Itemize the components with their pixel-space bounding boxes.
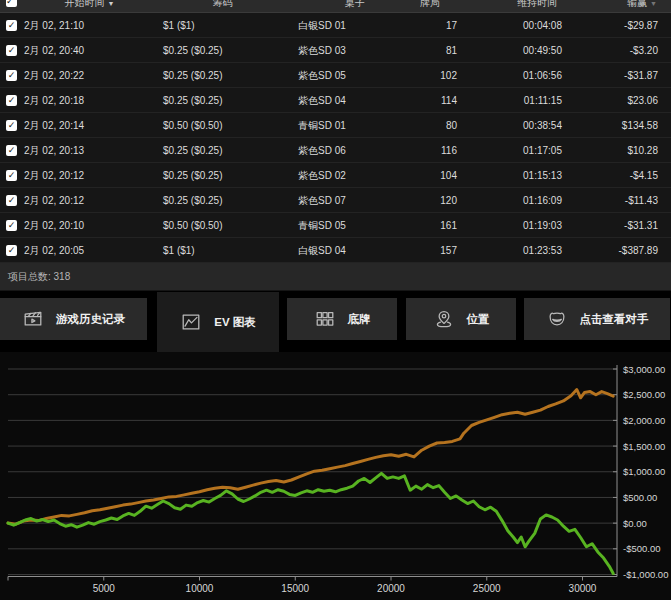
cell-time: 2月 02, 20:12 [24,188,155,213]
column-header-result[interactable]: 输赢▼ [567,0,671,12]
cell-stakes: $1 ($1) [155,13,290,38]
line-chart-icon [180,311,202,333]
sort-desc-icon: ▼ [108,0,115,7]
x-tick-label: 20000 [377,583,405,594]
cell-time: 2月 02, 20:40 [24,38,155,63]
poker-tracker-app: ✓开始时间▼筹码桌子牌局维持时间输赢▼ ✓2月 02, 21:10$1 ($1)… [0,0,671,600]
tab-game-history[interactable]: 游戏历史记录 [0,298,147,340]
column-header-stakes[interactable]: 筹码 [155,0,290,12]
table-row[interactable]: ✓2月 02, 20:14$0.50 ($0.50)青铜SD 018000:38… [0,113,671,138]
sort-desc-icon: ▼ [650,0,657,7]
table-row[interactable]: ✓2月 02, 20:10$0.50 ($0.50)青铜SD 0516101:1… [0,213,671,238]
select-all-checkbox[interactable]: ✓ [6,0,17,7]
location-pin-icon [433,308,455,330]
cell-hands: 104 [420,163,467,188]
cell-hands: 116 [420,138,467,163]
row-checkbox[interactable]: ✓ [6,195,17,206]
cards-grid-icon [314,308,336,330]
column-header-duration[interactable]: 维持时间 [467,0,567,12]
table-row[interactable]: ✓2月 02, 20:12$0.25 ($0.25)紫色SD 0210401:1… [0,163,671,188]
cell-result: $23.06 [567,88,671,113]
cell-hands: 114 [420,88,467,113]
cell-duration: 01:11:15 [467,88,567,113]
y-tick-label: -$500.00 [623,543,661,554]
cell-table: 紫色SD 02 [290,163,420,188]
table-row[interactable]: ✓2月 02, 21:10$1 ($1)白银SD 011700:04:08-$2… [0,13,671,38]
y-tick-label: $500.00 [623,492,657,503]
row-checkbox[interactable]: ✓ [6,70,17,81]
cell-table: 白银SD 04 [290,238,420,263]
row-checkbox[interactable]: ✓ [6,95,17,106]
tab-bar: 游戏历史记录EV 图表底牌位置点击查看对手 [0,292,671,352]
cell-hands: 161 [420,213,467,238]
cell-result: -$31.31 [567,213,671,238]
cell-hands: 157 [420,238,467,263]
cell-duration: 01:23:53 [467,238,567,263]
cell-table: 紫色SD 04 [290,88,420,113]
table-body: ✓2月 02, 21:10$1 ($1)白银SD 011700:04:08-$2… [0,13,671,263]
cell-result: -$31.87 [567,63,671,88]
tab-label: 游戏历史记录 [56,312,125,327]
cell-duration: 00:38:54 [467,113,567,138]
row-checkbox[interactable]: ✓ [6,145,17,156]
column-header-time[interactable]: 开始时间▼ [24,0,155,12]
row-checkbox[interactable]: ✓ [6,220,17,231]
cell-time: 2月 02, 20:18 [24,88,155,113]
tab-opponents[interactable]: 点击查看对手 [524,298,670,340]
y-tick-label: $2,000.00 [623,415,665,426]
cell-duration: 01:19:03 [467,213,567,238]
cell-stakes: $0.50 ($0.50) [155,113,290,138]
cell-time: 2月 02, 20:10 [24,213,155,238]
cell-result: -$387.89 [567,238,671,263]
table-row[interactable]: ✓2月 02, 20:18$0.25 ($0.25)紫色SD 0411401:1… [0,88,671,113]
row-checkbox[interactable]: ✓ [6,120,17,131]
ev-chart-panel: -$1,000.00-$500.00$0.00$500.00$1,000.00$… [0,352,671,600]
y-tick-label: $2,500.00 [623,389,665,400]
cell-duration: 01:15:13 [467,163,567,188]
table-row[interactable]: ✓2月 02, 20:05$1 ($1)白银SD 0415701:23:53-$… [0,238,671,263]
tab-hole-cards[interactable]: 底牌 [287,298,397,340]
column-header-table[interactable]: 桌子 [290,0,420,12]
cell-stakes: $0.25 ($0.25) [155,188,290,213]
table-row[interactable]: ✓2月 02, 20:13$0.25 ($0.25)紫色SD 0611601:1… [0,138,671,163]
table-row[interactable]: ✓2月 02, 20:40$0.25 ($0.25)紫色SD 038100:49… [0,38,671,63]
tab-ev-chart[interactable]: EV 图表 [157,292,279,352]
total-count-footer: 项目总数: 318 [0,263,671,290]
x-tick-label: 15000 [281,583,309,594]
tab-position[interactable]: 位置 [406,298,516,340]
cell-hands: 17 [420,13,467,38]
cell-stakes: $0.25 ($0.25) [155,163,290,188]
cell-result: $134.58 [567,113,671,138]
cell-table: 青铜SD 05 [290,213,420,238]
cell-hands: 102 [420,63,467,88]
y-tick-label: $0.00 [623,518,647,529]
ev-chart: -$1,000.00-$500.00$0.00$500.00$1,000.00$… [0,352,671,600]
table-row[interactable]: ✓2月 02, 20:22$0.25 ($0.25)紫色SD 0510201:0… [0,63,671,88]
cell-stakes: $0.50 ($0.50) [155,213,290,238]
cell-duration: 00:04:08 [467,13,567,38]
y-tick-label: $1,000.00 [623,466,665,477]
cell-time: 2月 02, 20:13 [24,138,155,163]
cell-stakes: $0.25 ($0.25) [155,88,290,113]
cell-table: 紫色SD 06 [290,138,420,163]
table-row[interactable]: ✓2月 02, 20:12$0.25 ($0.25)紫色SD 0712001:1… [0,188,671,213]
row-checkbox[interactable]: ✓ [6,45,17,56]
row-checkbox[interactable]: ✓ [6,170,17,181]
row-checkbox[interactable]: ✓ [6,245,17,256]
cell-stakes: $0.25 ($0.25) [155,38,290,63]
cell-time: 2月 02, 20:14 [24,113,155,138]
cell-hands: 120 [420,188,467,213]
cell-time: 2月 02, 20:05 [24,238,155,263]
row-checkbox[interactable]: ✓ [6,20,17,31]
cell-hands: 80 [420,113,467,138]
y-tick-label: $1,500.00 [623,441,665,452]
cell-table: 青铜SD 01 [290,113,420,138]
cell-result: -$4.15 [567,163,671,188]
cell-result: -$29.87 [567,13,671,38]
cell-result: $10.28 [567,138,671,163]
column-header-hands[interactable]: 牌局 [420,0,467,12]
cell-table: 紫色SD 07 [290,188,420,213]
tab-label: 点击查看对手 [580,312,649,327]
x-tick-label: 30000 [569,583,597,594]
cell-duration: 01:17:05 [467,138,567,163]
